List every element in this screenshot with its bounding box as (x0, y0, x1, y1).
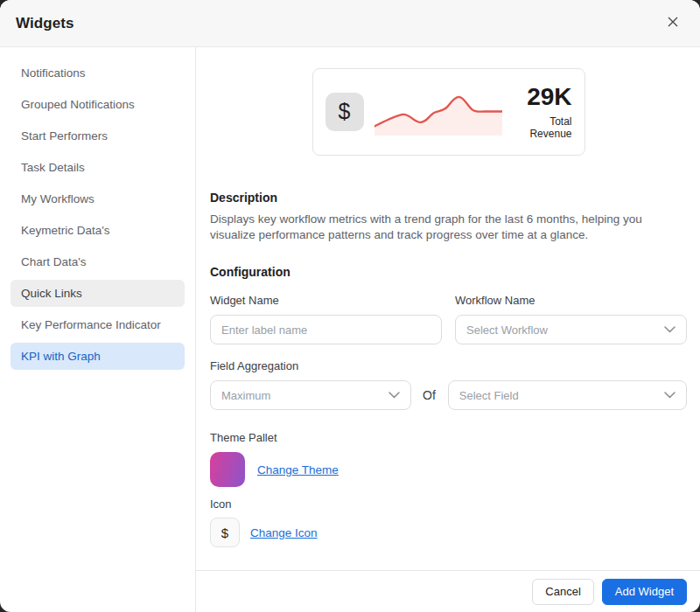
close-icon[interactable] (663, 12, 682, 34)
icon-glyph: $ (221, 525, 228, 540)
kpi-value: 29K (513, 84, 572, 111)
description-text: Displays key workflow metrics with a tre… (210, 212, 687, 243)
widget-name-col: Widget Name (210, 294, 442, 344)
widget-name-label: Widget Name (210, 294, 442, 307)
widget-name-input[interactable] (210, 315, 442, 344)
configuration-section: Configuration Widget Name Workflow Name … (210, 265, 687, 570)
description-section: Description Displays key workflow metric… (210, 191, 687, 243)
of-connector-text: Of (423, 388, 436, 402)
theme-swatch-row: Change Theme (210, 452, 687, 487)
content-scroll: $ 29K Total Revenue Description Displays… (196, 47, 700, 570)
chevron-down-icon (664, 326, 676, 333)
icon-group: Icon $ Change Icon (210, 497, 687, 570)
trend-sparkline-chart (374, 87, 502, 137)
workflow-select[interactable]: Select Workflow (455, 315, 687, 344)
theme-swatch[interactable] (210, 452, 245, 487)
add-widget-button[interactable]: Add Widget (602, 579, 687, 605)
configuration-heading: Configuration (210, 265, 687, 279)
workflow-name-label: Workflow Name (455, 294, 687, 307)
modal-title: Widgets (16, 15, 74, 32)
sidebar-item-quick-links[interactable]: Quick Links (10, 280, 185, 307)
sidebar-item-start-performers[interactable]: Start Performers (10, 122, 185, 150)
kpi-preview-card: $ 29K Total Revenue (312, 68, 585, 156)
description-heading: Description (210, 191, 687, 205)
content-panel: $ 29K Total Revenue Description Displays… (196, 47, 700, 612)
kpi-block: 29K Total Revenue (513, 84, 572, 140)
sidebar-item-my-workflows[interactable]: My Workflows (10, 185, 185, 212)
name-workflow-row: Widget Name Workflow Name Select Workflo… (210, 294, 687, 344)
chevron-down-icon (388, 392, 400, 399)
widgets-modal: Widgets Notifications Grouped Notificati… (0, 0, 700, 612)
theme-pallet-group: Theme Pallet Change Theme (210, 431, 687, 487)
modal-header: Widgets (0, 0, 700, 47)
sidebar-item-notifications[interactable]: Notifications (10, 59, 185, 87)
change-theme-link[interactable]: Change Theme (257, 463, 339, 476)
modal-body: Notifications Grouped Notifications Star… (0, 47, 700, 612)
dollar-glyph: $ (339, 99, 351, 124)
field-aggregation-group: Field Aggregation Maximum Of Select Fiel… (210, 359, 687, 410)
workflow-name-col: Workflow Name Select Workflow (455, 294, 687, 344)
sidebar-item-task-details[interactable]: Task Details (10, 154, 185, 181)
sidebar-item-chart-datas[interactable]: Chart Data's (10, 248, 185, 275)
aggregation-select[interactable]: Maximum (210, 380, 411, 410)
dollar-icon: $ (326, 93, 364, 131)
icon-row: $ Change Icon (210, 518, 687, 547)
theme-pallet-label: Theme Pallet (210, 431, 687, 444)
kpi-label: Total Revenue (513, 115, 572, 140)
chevron-down-icon (664, 392, 676, 399)
close-x-glyph (667, 16, 679, 28)
aggregation-row: Maximum Of Select Field (210, 380, 687, 410)
sidebar-item-keymetric-datas[interactable]: Keymetric Data's (10, 217, 185, 244)
workflow-select-value: Select Workflow (466, 323, 548, 337)
field-select-value: Select Field (459, 389, 519, 402)
cancel-button[interactable]: Cancel (532, 579, 593, 605)
sidebar: Notifications Grouped Notifications Star… (0, 47, 196, 612)
change-icon-link[interactable]: Change Icon (250, 526, 318, 539)
sidebar-item-grouped-notifications[interactable]: Grouped Notifications (10, 91, 185, 118)
field-aggregation-label: Field Aggregation (210, 359, 687, 372)
icon-label: Icon (210, 497, 687, 511)
aggregation-select-value: Maximum (221, 389, 270, 402)
field-select[interactable]: Select Field (448, 380, 687, 410)
modal-footer: Cancel Add Widget (196, 570, 700, 612)
sidebar-item-kpi-with-graph[interactable]: KPI with Graph (10, 343, 185, 370)
selected-dollar-icon[interactable]: $ (210, 518, 240, 547)
sidebar-item-key-performance-indicator[interactable]: Key Performance Indicator (10, 311, 185, 338)
